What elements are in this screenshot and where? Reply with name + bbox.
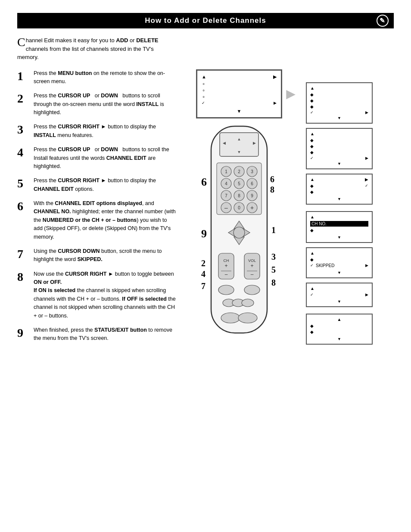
svg-text:+: +	[224, 263, 227, 269]
svg-text:8: 8	[270, 185, 274, 194]
up-arrow: ▲	[310, 251, 314, 255]
bullet: ◆	[310, 98, 314, 103]
step-text-6: With the CHANNEL EDIT options displayed,…	[31, 199, 177, 241]
main-layout: 1 Press the MENU button on the remote to…	[17, 69, 394, 349]
tv-screen-1: ▲ ◆ ◆ ◆ ✓ ▶ ▼	[306, 82, 373, 124]
bullet-3: ⚬	[202, 94, 206, 100]
tv-screen-3: ▲ ▶ ◆ ✓ ◆ ▼	[306, 174, 373, 205]
svg-text:6: 6	[201, 176, 207, 188]
svg-text:–: –	[224, 204, 228, 211]
svg-text:6: 6	[270, 174, 274, 184]
bullet: ◆	[310, 144, 314, 149]
right-screens-column: ▲ ◆ ◆ ◆ ✓ ▶ ▼ ▲ ◆	[306, 69, 379, 345]
check: ✓	[310, 156, 314, 160]
down-arrow: ▼	[310, 116, 368, 120]
tv-screen-6: ▲ ✓ ▶ ▼	[306, 283, 373, 307]
tv-screen-4: ▲ CH NO. ◆ ▼	[306, 211, 373, 243]
menu-item-2	[208, 88, 209, 93]
step-num-6: 6	[17, 200, 31, 212]
step-num-3: 3	[17, 124, 31, 136]
up-arrow: ▲	[310, 286, 314, 291]
step-num-9: 9	[17, 327, 31, 339]
up-arrow: ▲	[310, 215, 314, 219]
down-arrow: ▼	[310, 337, 368, 341]
svg-text:8: 8	[271, 278, 276, 287]
screen-top-arrows: ▲ ▶	[202, 74, 277, 80]
svg-text:2: 2	[238, 169, 240, 174]
step-num-2: 2	[17, 93, 31, 105]
svg-text:VOL: VOL	[248, 258, 256, 263]
svg-text:1: 1	[225, 169, 227, 174]
check: ✓	[365, 184, 368, 188]
svg-text:7: 7	[201, 281, 206, 291]
step-text-4: Press the CURSOR UP or DOWN buttons to s…	[31, 146, 177, 171]
step-num-1: 1	[17, 70, 31, 82]
check-left: ✓	[310, 292, 314, 297]
svg-text:5: 5	[271, 265, 276, 274]
right-arrow: ▶	[365, 110, 368, 115]
bullet-2: ⚬	[202, 88, 206, 93]
right-arrow: ▶	[365, 263, 368, 268]
up-arrow: ▲	[310, 131, 314, 136]
remote-control-diagram: ▲ ▶ ◀ ▼ 1 2 3 4 5 6	[187, 122, 291, 347]
svg-text:7: 7	[225, 193, 227, 198]
svg-text:4: 4	[201, 269, 206, 279]
step-text-1: Press the MENU button on the remote to s…	[31, 69, 177, 86]
down-arrow: ▼	[310, 162, 368, 166]
big-screen: ▲ ▶ ⚬ ⚬ ⚬ ✓ ▶	[196, 69, 282, 118]
svg-text:▶: ▶	[253, 141, 256, 145]
svg-point-46	[218, 285, 234, 295]
bullet: ◆	[310, 104, 314, 109]
svg-point-47	[244, 285, 260, 295]
svg-text:5: 5	[238, 181, 240, 186]
step-6: 6 With the CHANNEL EDIT options displaye…	[17, 199, 177, 241]
step-8: 8 Now use the CURSOR RIGHT ► button to t…	[17, 270, 177, 320]
svg-point-52	[238, 313, 257, 323]
diagram-column: ▲ ▶ ⚬ ⚬ ⚬ ✓ ▶	[177, 69, 302, 347]
svg-text:0: 0	[238, 205, 240, 210]
step-text-5: Press the CURSOR RIGHT ► button to displ…	[31, 177, 177, 193]
drop-cap: C	[17, 37, 25, 47]
svg-text:3: 3	[251, 169, 253, 174]
menu-right-arrow: ▶	[274, 101, 277, 106]
menu-item-1	[208, 81, 209, 87]
svg-text:–: –	[251, 271, 254, 277]
right-arrow: ▶	[365, 156, 368, 160]
bullet: ◆	[310, 150, 314, 155]
bullet: ◆	[310, 92, 314, 97]
main-menu-screen-area: ▲ ▶ ⚬ ⚬ ⚬ ✓ ▶	[196, 69, 282, 118]
svg-text:3: 3	[271, 252, 276, 261]
up-arrow: ▲	[310, 86, 314, 90]
svg-point-35	[234, 227, 245, 238]
bullet: ◆	[310, 138, 314, 143]
highlighted-label: CH NO.	[311, 221, 327, 226]
step-num-8: 8	[17, 271, 31, 283]
svg-text:CH: CH	[224, 258, 229, 263]
svg-text:2: 2	[201, 258, 206, 268]
down-arrow: ▼	[310, 271, 368, 275]
steps-column: 1 Press the MENU button on the remote to…	[17, 69, 177, 349]
step-7: 7 Using the CURSOR DOWN button, scroll t…	[17, 247, 177, 264]
check-icon: ✓	[202, 101, 205, 106]
svg-text:▲: ▲	[237, 137, 241, 141]
step-num-4: 4	[17, 146, 31, 159]
step-num-5: 5	[17, 177, 31, 190]
step-text-8: Now use the CURSOR RIGHT ► button to tog…	[31, 270, 177, 320]
bullet: ◆	[310, 184, 314, 188]
down-arrow: ▼	[310, 235, 368, 240]
step-text-3: Press the CURSOR RIGHT ► button to displ…	[31, 123, 177, 140]
down-arrow: ▼	[310, 299, 368, 304]
up-arrow: ▲	[310, 317, 368, 322]
svg-text:+: +	[250, 204, 254, 211]
intro-text: Channel Edit makes it easy for you to AD…	[17, 36, 172, 62]
header-icon: ✎	[377, 15, 389, 27]
check: ✓	[310, 110, 314, 115]
svg-point-51	[221, 313, 240, 323]
step-1: 1 Press the MENU button on the remote to…	[17, 69, 177, 86]
menu-item-3	[208, 94, 209, 100]
step-9: 9 When finished, press the STATUS/EXIT b…	[17, 326, 177, 343]
svg-text:1: 1	[271, 225, 276, 235]
step-5: 5 Press the CURSOR RIGHT ► button to dis…	[17, 177, 177, 193]
svg-text:4: 4	[225, 181, 227, 186]
up-arrow: ▲	[310, 177, 314, 182]
